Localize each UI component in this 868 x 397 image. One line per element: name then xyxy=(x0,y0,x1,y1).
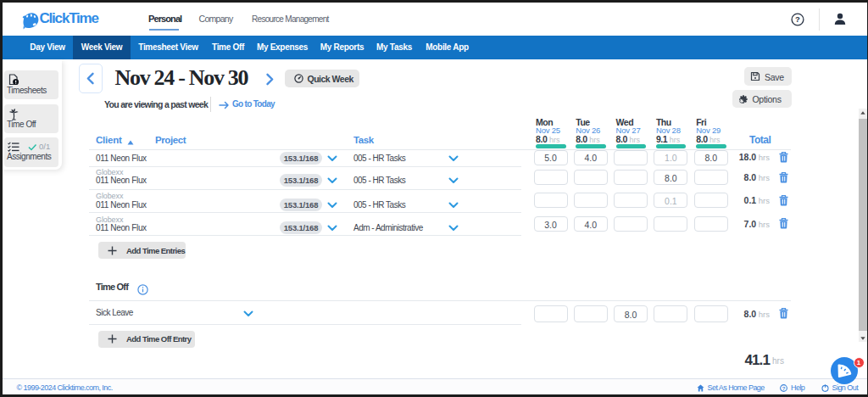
svg-text:?: ? xyxy=(795,14,800,24)
svg-text:?: ? xyxy=(782,385,786,390)
